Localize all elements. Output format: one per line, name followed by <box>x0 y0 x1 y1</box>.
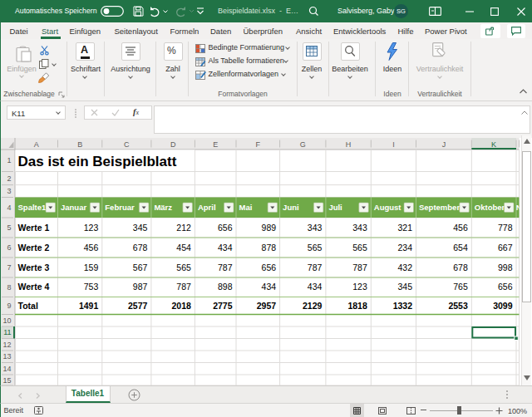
svg-text:13: 13 <box>2 352 11 361</box>
svg-text:April: April <box>198 203 216 212</box>
svg-text:678: 678 <box>133 243 148 253</box>
svg-text:3099: 3099 <box>493 301 513 311</box>
svg-text:Werte 1: Werte 1 <box>18 223 50 233</box>
svg-text:2957: 2957 <box>257 301 277 311</box>
svg-text:D: D <box>170 140 176 149</box>
svg-text:Werte 2: Werte 2 <box>18 243 50 253</box>
svg-text:Juni: Juni <box>283 203 299 212</box>
svg-text:E: E <box>213 140 218 149</box>
svg-text:1: 1 <box>7 156 11 164</box>
svg-text:1818: 1818 <box>347 301 367 311</box>
svg-text:2: 2 <box>7 174 11 183</box>
svg-text:321: 321 <box>397 223 412 233</box>
svg-text:565: 565 <box>352 243 367 253</box>
svg-text:2018: 2018 <box>172 301 192 311</box>
svg-text:5: 5 <box>7 223 11 232</box>
svg-text:159: 159 <box>84 262 99 272</box>
svg-text:Werte 4: Werte 4 <box>18 282 50 292</box>
svg-text:Werte 3: Werte 3 <box>18 262 50 272</box>
svg-text:345: 345 <box>397 282 412 292</box>
svg-text:März: März <box>154 203 172 212</box>
svg-text:123: 123 <box>352 282 367 292</box>
svg-text:7: 7 <box>7 263 11 272</box>
svg-text:8: 8 <box>7 283 11 292</box>
svg-text:15: 15 <box>2 376 11 385</box>
svg-text:123: 123 <box>84 223 99 233</box>
svg-text:753: 753 <box>84 282 99 292</box>
svg-text:878: 878 <box>262 243 277 253</box>
svg-text:343: 343 <box>308 223 323 233</box>
svg-text:14: 14 <box>2 365 11 373</box>
svg-text:678: 678 <box>453 262 468 272</box>
svg-text:6: 6 <box>7 243 11 252</box>
svg-text:Oktober: Oktober <box>475 203 505 212</box>
svg-text:2577: 2577 <box>128 301 148 311</box>
svg-text:2775: 2775 <box>213 301 233 311</box>
svg-text:1332: 1332 <box>393 301 413 311</box>
svg-text:4: 4 <box>7 204 11 212</box>
svg-text:434: 434 <box>218 243 233 253</box>
svg-text:11: 11 <box>3 328 11 336</box>
svg-text:656: 656 <box>218 223 233 233</box>
svg-text:765: 765 <box>453 282 468 292</box>
svg-text:Mai: Mai <box>239 203 253 212</box>
svg-text:J: J <box>442 140 446 149</box>
svg-text:454: 454 <box>176 243 191 253</box>
svg-text:343: 343 <box>352 223 367 233</box>
svg-text:212: 212 <box>176 223 191 233</box>
svg-text:432: 432 <box>397 262 412 272</box>
svg-text:B: B <box>77 140 82 149</box>
svg-text:456: 456 <box>453 223 468 233</box>
svg-text:787: 787 <box>218 262 233 272</box>
svg-text:I: I <box>392 140 395 149</box>
svg-text:1491: 1491 <box>79 301 99 311</box>
svg-text:9: 9 <box>7 302 11 310</box>
svg-text:667: 667 <box>498 243 513 253</box>
svg-text:Spalte1: Spalte1 <box>18 203 47 212</box>
svg-text:12: 12 <box>2 341 11 349</box>
svg-text:3: 3 <box>7 187 11 195</box>
svg-text:K: K <box>491 140 496 149</box>
svg-text:654: 654 <box>453 243 468 253</box>
svg-text:787: 787 <box>308 262 323 272</box>
svg-text:H: H <box>346 140 352 149</box>
svg-text:Juli: Juli <box>328 203 342 212</box>
svg-text:787: 787 <box>176 282 191 292</box>
svg-text:September: September <box>419 203 460 212</box>
svg-text:Das ist ein Beispielblatt: Das ist ein Beispielblatt <box>18 154 177 169</box>
svg-text:656: 656 <box>498 282 513 292</box>
svg-text:A: A <box>34 140 39 149</box>
svg-text:656: 656 <box>262 262 277 272</box>
svg-text:C: C <box>124 140 130 149</box>
svg-text:998: 998 <box>498 262 513 272</box>
svg-text:565: 565 <box>308 243 323 253</box>
svg-text:456: 456 <box>84 243 99 253</box>
svg-text:898: 898 <box>218 282 233 292</box>
svg-text:10: 10 <box>2 316 11 325</box>
svg-text:August: August <box>374 203 402 212</box>
svg-text:234: 234 <box>397 243 412 253</box>
svg-text:987: 987 <box>133 282 148 292</box>
svg-text:989: 989 <box>262 223 277 233</box>
svg-text:Januar: Januar <box>61 203 86 212</box>
svg-text:2129: 2129 <box>303 301 323 311</box>
svg-text:567: 567 <box>133 262 148 272</box>
svg-text:F: F <box>256 140 261 149</box>
svg-text:2553: 2553 <box>448 301 468 311</box>
svg-text:G: G <box>300 140 306 149</box>
svg-text:565: 565 <box>176 262 191 272</box>
svg-text:Februar: Februar <box>105 203 135 212</box>
svg-text:434: 434 <box>308 282 323 292</box>
svg-text:434: 434 <box>262 282 277 292</box>
svg-text:787: 787 <box>352 262 367 272</box>
svg-text:345: 345 <box>133 223 148 233</box>
svg-text:Total: Total <box>18 301 38 311</box>
svg-text:778: 778 <box>498 223 513 233</box>
